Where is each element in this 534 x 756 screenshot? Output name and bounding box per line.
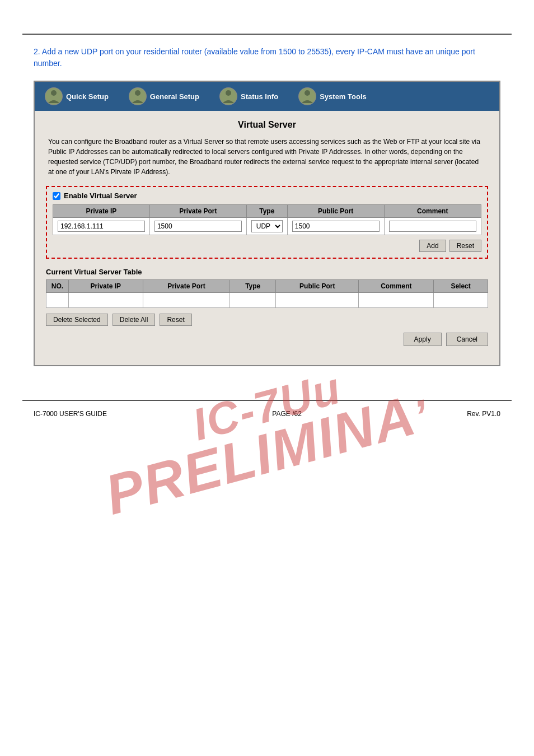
enable-virtual-server-row: Enable Virtual Server xyxy=(53,192,481,200)
cvst-empty-private-ip xyxy=(69,293,143,308)
comment-input[interactable] xyxy=(389,221,476,232)
public-port-input[interactable] xyxy=(292,221,380,232)
col-header-private-ip: Private IP xyxy=(53,205,150,218)
col-header-public-port: Public Port xyxy=(287,205,384,218)
footer-right: Rev. PV1.0 xyxy=(467,410,500,418)
watermark-line2: PRELIMINA’ xyxy=(99,379,435,527)
col-header-comment: Comment xyxy=(384,205,481,218)
nav-tabs-bar: Quick Setup General Setup Status Info Sy… xyxy=(35,82,499,111)
instruction-text: 2. Add a new UDP port on your residentia… xyxy=(34,46,500,69)
cvst-col-select: Select xyxy=(434,280,488,293)
svg-point-5 xyxy=(226,90,231,96)
type-select[interactable]: TCP UDP Both xyxy=(251,220,283,232)
watermark: IC-7Uu PRELIMINA’ xyxy=(45,381,489,486)
status-info-icon xyxy=(219,87,237,105)
cvst-col-type: Type xyxy=(230,280,276,293)
cvst-col-public-port: Public Port xyxy=(275,280,359,293)
cancel-button[interactable]: Cancel xyxy=(446,333,488,346)
reset-entry-button[interactable]: Reset xyxy=(449,240,481,252)
current-table-title: Current Virtual Server Table xyxy=(46,268,488,276)
input-row: TCP UDP Both xyxy=(53,218,481,235)
footer-left: IC-7000 USER'S GUIDE xyxy=(34,410,107,418)
delete-all-button[interactable]: Delete All xyxy=(113,314,156,326)
router-ui-container: Quick Setup General Setup Status Info Sy… xyxy=(34,81,500,366)
private-port-input[interactable] xyxy=(154,221,242,232)
cvst-empty-select xyxy=(434,293,488,308)
bottom-divider xyxy=(22,400,512,401)
input-private-port-cell xyxy=(149,218,246,235)
virtual-server-description: You can configure the Broadband router a… xyxy=(46,137,488,177)
col-header-type: Type xyxy=(246,205,287,218)
virtual-server-input-table: Private IP Private Port Type Public Port… xyxy=(53,204,481,235)
input-comment-cell xyxy=(384,218,481,235)
quick-setup-icon xyxy=(45,87,63,105)
tab-general-setup-label: General Setup xyxy=(150,92,199,101)
reset-table-button[interactable]: Reset xyxy=(160,314,191,326)
tab-general-setup[interactable]: General Setup xyxy=(119,84,209,109)
cvst-col-comment: Comment xyxy=(359,280,434,293)
system-tools-icon xyxy=(298,87,316,105)
add-button[interactable]: Add xyxy=(419,240,446,252)
content-area: Virtual Server You can configure the Bro… xyxy=(35,111,499,365)
svg-point-7 xyxy=(305,90,310,96)
top-divider xyxy=(22,34,512,35)
delete-selected-button[interactable]: Delete Selected xyxy=(46,314,108,326)
svg-point-3 xyxy=(135,90,140,96)
current-virtual-server-table: NO. Private IP Private Port Type Public … xyxy=(46,279,488,308)
cvst-col-no: NO. xyxy=(46,280,69,293)
svg-point-1 xyxy=(51,90,57,96)
cvst-empty-no xyxy=(46,293,69,308)
add-reset-row: Add Reset xyxy=(53,240,481,252)
tab-quick-setup[interactable]: Quick Setup xyxy=(35,84,119,109)
cvst-empty-public-port xyxy=(275,293,359,308)
cvst-empty-type xyxy=(230,293,276,308)
tab-system-tools[interactable]: System Tools xyxy=(288,84,377,109)
enable-virtual-server-label: Enable Virtual Server xyxy=(64,192,137,200)
input-public-port-cell xyxy=(287,218,384,235)
cvst-empty-comment xyxy=(359,293,434,308)
virtual-server-form: Enable Virtual Server Private IP Private… xyxy=(46,186,488,259)
input-private-ip-cell xyxy=(53,218,150,235)
enable-virtual-server-checkbox[interactable] xyxy=(53,192,60,200)
general-setup-icon xyxy=(129,87,147,105)
footer-center: PAGE /62 xyxy=(272,410,301,418)
cvst-empty-private-port xyxy=(143,293,230,308)
tab-system-tools-label: System Tools xyxy=(320,92,367,101)
tab-quick-setup-label: Quick Setup xyxy=(66,92,109,101)
tab-status-info[interactable]: Status Info xyxy=(209,84,288,109)
apply-button[interactable]: Apply xyxy=(404,333,442,346)
input-type-cell: TCP UDP Both xyxy=(246,218,287,235)
apply-cancel-row: Apply Cancel xyxy=(46,333,488,346)
cvst-col-private-port: Private Port xyxy=(143,280,230,293)
virtual-server-title: Virtual Server xyxy=(46,120,488,130)
cvst-empty-row xyxy=(46,293,488,308)
delete-row: Delete Selected Delete All Reset xyxy=(46,314,488,326)
footer: IC-7000 USER'S GUIDE PAGE /62 Rev. PV1.0 xyxy=(0,407,534,421)
current-virtual-server-section: Current Virtual Server Table NO. Private… xyxy=(46,268,488,346)
col-header-private-port: Private Port xyxy=(149,205,246,218)
private-ip-input[interactable] xyxy=(58,221,145,232)
tab-status-info-label: Status Info xyxy=(241,92,278,101)
cvst-col-private-ip: Private IP xyxy=(69,280,143,293)
